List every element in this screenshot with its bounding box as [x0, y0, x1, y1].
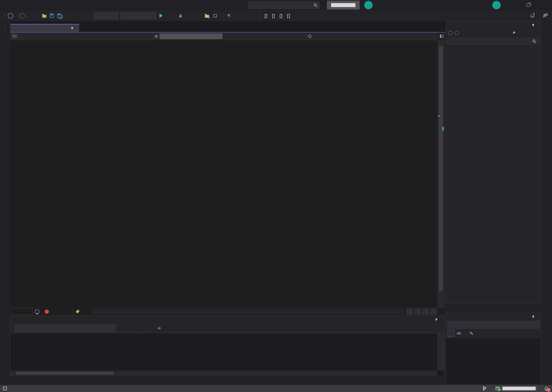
properties-button[interactable] [511, 30, 517, 36]
preview-selected-items-button[interactable] [501, 30, 507, 36]
solution-window-button[interactable] [211, 12, 218, 20]
split-window-button[interactable] [438, 33, 446, 40]
scroll-up-arrow[interactable] [438, 40, 445, 46]
switch-views-button[interactable] [467, 30, 473, 36]
column-indicator[interactable] [414, 308, 421, 315]
solution-explorer-header[interactable] [446, 21, 541, 29]
timestamp-button[interactable] [163, 325, 170, 332]
start-debugging-button[interactable] [157, 14, 169, 18]
output-horizontal-scrollbar[interactable] [10, 371, 437, 376]
minimize-button[interactable] [507, 0, 520, 10]
scroll-right-arrow[interactable] [432, 371, 437, 376]
editor-vertical-scrollbar[interactable] [438, 40, 445, 307]
selection-mode-button[interactable]: ⇱ [226, 12, 233, 20]
collapse-all-button[interactable] [494, 30, 500, 36]
property-pages-button[interactable] [468, 330, 475, 337]
properties-header[interactable] [446, 313, 541, 321]
paste-append-button[interactable] [233, 12, 240, 20]
pending-changes-filter-button[interactable] [477, 30, 484, 36]
clear-bookmarks-button[interactable] [285, 12, 292, 20]
next-message-button[interactable] [137, 325, 145, 332]
close-button[interactable] [537, 0, 550, 10]
restart-button[interactable] [189, 12, 195, 20]
code-cleanup-button[interactable] [76, 309, 80, 314]
data-sources-tab[interactable] [5, 25, 6, 32]
navigate-back-button[interactable] [7, 12, 14, 20]
properties-grid[interactable] [446, 338, 541, 385]
code-editor[interactable] [10, 40, 445, 307]
new-project-button[interactable] [29, 12, 36, 20]
scroll-left-arrow[interactable] [10, 371, 16, 376]
filter-dropdown[interactable] [484, 30, 487, 36]
navigate-forward-button[interactable] [19, 12, 25, 20]
code-health-icon[interactable] [35, 309, 39, 314]
restart-dropdown[interactable] [196, 12, 199, 20]
alphabetical-sort-button[interactable]: AZ [456, 330, 462, 337]
bookmarks-dropdown[interactable] [293, 12, 296, 20]
next-bookmark-button[interactable] [277, 12, 284, 20]
redo-button[interactable] [78, 12, 85, 20]
sort-lines-button[interactable] [244, 12, 251, 20]
notifications-bell-button[interactable] [544, 386, 548, 391]
pin-icon[interactable] [531, 315, 535, 319]
code-cleanup-dropdown[interactable] [81, 308, 85, 315]
scrollbar-thumb[interactable] [16, 372, 113, 375]
clear-all-button[interactable] [148, 325, 156, 332]
pin-icon[interactable] [531, 23, 535, 27]
solution-configurations-dropdown[interactable] [94, 12, 119, 19]
indent-mode-indicator[interactable] [422, 308, 429, 315]
output-content[interactable] [10, 333, 444, 376]
zoom-dropdown[interactable] [12, 308, 33, 315]
line-indicator[interactable] [406, 308, 413, 315]
output-source-dropdown[interactable] [15, 325, 115, 332]
avatar[interactable] [492, 1, 501, 9]
feedback-icon[interactable] [543, 14, 548, 18]
type-dropdown[interactable]: ⧉ [153, 33, 306, 40]
toggle-bookmark-button[interactable] [262, 12, 269, 20]
word-wrap-button[interactable]: ab [156, 325, 163, 332]
new-project-dropdown[interactable] [37, 12, 40, 20]
quick-search-box[interactable] [248, 1, 319, 9]
hot-reload-dropdown[interactable] [185, 12, 188, 20]
sync-with-active-document-button[interactable] [487, 30, 493, 36]
repository-button[interactable] [495, 386, 538, 391]
back-button[interactable] [447, 30, 453, 36]
home-button[interactable] [460, 30, 467, 36]
restore-button[interactable] [522, 0, 535, 10]
previous-message-button[interactable] [130, 325, 137, 332]
navigate-back-dropdown[interactable] [14, 12, 18, 20]
start-without-debugging-button[interactable] [170, 12, 176, 20]
document-tab[interactable] [10, 24, 79, 32]
scroll-down-arrow[interactable] [438, 302, 445, 307]
find-message-button[interactable] [119, 325, 126, 332]
line-ending-indicator[interactable] [430, 308, 437, 315]
scrollbar-thumb[interactable] [439, 46, 443, 291]
pin-icon[interactable] [70, 27, 74, 30]
member-dropdown[interactable] [306, 33, 438, 40]
find-in-files-button[interactable] [204, 12, 210, 20]
show-all-files-button[interactable] [517, 30, 524, 36]
solution-explorer-search-box[interactable] [447, 38, 539, 44]
previous-bookmark-button[interactable] [270, 12, 277, 20]
pin-icon[interactable] [435, 318, 438, 322]
solution-window-dropdown[interactable] [219, 12, 222, 20]
undo-button[interactable] [67, 12, 73, 20]
object-selector-dropdown[interactable] [447, 321, 539, 329]
editor-horizontal-scrollbar[interactable] [92, 309, 404, 314]
output-panel-header[interactable] [10, 316, 444, 323]
forward-button[interactable] [454, 30, 460, 36]
project-dropdown[interactable]: C# [10, 33, 153, 40]
open-file-button[interactable] [41, 12, 48, 20]
avatar[interactable] [364, 1, 373, 9]
toolbar-grip[interactable] [3, 12, 5, 19]
redo-dropdown[interactable] [86, 12, 89, 20]
categorized-view-button[interactable] [448, 330, 454, 337]
undo-list-button[interactable] [252, 12, 258, 20]
output-vertical-scrollbar[interactable] [437, 333, 444, 371]
save-all-button[interactable] [56, 12, 63, 20]
current-branch-button[interactable] [483, 386, 490, 391]
save-button[interactable] [49, 12, 55, 20]
solution-platforms-dropdown[interactable] [121, 12, 156, 19]
hot-reload-button[interactable] [177, 12, 184, 20]
undo-dropdown[interactable] [74, 12, 78, 20]
